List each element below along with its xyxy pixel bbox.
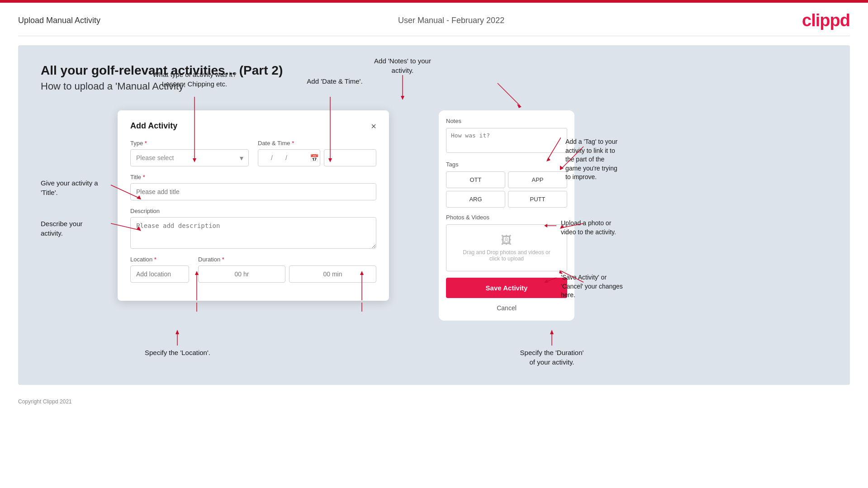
datetime-group: Date & Time * 15 / 02 / 2022 📅 2: — [258, 140, 376, 166]
svg-marker-31 — [175, 330, 179, 334]
description-group: Description — [130, 208, 376, 249]
copyright-text: Copyright Clippd 2021 — [18, 398, 72, 405]
location-label: Location * — [130, 256, 189, 263]
description-label: Description — [130, 208, 376, 214]
duration-label: Duration * — [198, 256, 376, 263]
footer: Copyright Clippd 2021 — [0, 394, 868, 409]
annotation-location: Specify the 'Location'. — [145, 330, 210, 367]
annotation-duration: Specify the 'Duration' of your activity. — [520, 330, 584, 367]
annotation-add-notes: Add 'Notes' to your activity. — [357, 56, 448, 102]
annotation-give-title: Give your activity a 'Title'. — [41, 178, 118, 197]
duration-inputs — [198, 265, 376, 283]
svg-marker-25 — [546, 157, 550, 161]
location-input[interactable] — [130, 265, 189, 283]
tag-arg[interactable]: ARG — [446, 191, 505, 208]
title-group: Title * — [130, 174, 376, 200]
year-input[interactable]: 2022 — [287, 150, 306, 166]
header: Upload Manual Activity User Manual - Feb… — [0, 3, 868, 36]
svg-marker-33 — [550, 330, 554, 334]
title-input[interactable] — [130, 183, 376, 200]
date-input[interactable]: 15 / 02 / 2022 📅 — [258, 149, 320, 166]
svg-line-24 — [547, 137, 561, 160]
notes-label: Notes — [446, 118, 567, 124]
annotation-add-tag: Add a 'Tag' to your activity to link it … — [543, 137, 642, 182]
annotation-upload-photo: Upload a photo or video to the activity. — [543, 219, 633, 237]
svg-marker-15 — [517, 104, 522, 108]
modal-header: Add Activity × — [130, 121, 376, 131]
type-select[interactable]: Please select — [130, 149, 249, 166]
save-arrow — [543, 273, 556, 287]
location-arrow-up — [168, 330, 186, 348]
page-title: Upload Manual Activity — [18, 16, 100, 25]
annotation-describe-activity: Describe your activity. — [41, 219, 118, 238]
cancel-button[interactable]: Cancel — [491, 303, 522, 313]
type-select-wrapper: Please select — [130, 149, 249, 166]
main-content: All your golf-relevant activities... (Pa… — [18, 45, 850, 385]
tag-arrow — [543, 137, 561, 165]
type-datetime-row: Type * Please select Date & Time * — [130, 140, 376, 166]
tag-putt[interactable]: PUTT — [508, 191, 567, 208]
location-duration-row: Location * Duration * — [130, 256, 376, 283]
minutes-input[interactable] — [289, 265, 376, 283]
duration-arrow-up — [543, 330, 561, 348]
svg-marker-23 — [401, 96, 404, 100]
description-textarea[interactable] — [130, 217, 376, 249]
day-input[interactable]: 15 — [258, 150, 271, 166]
modal-title: Add Activity — [130, 121, 177, 131]
doc-title: User Manual - February 2022 — [398, 16, 504, 25]
notes-arrow — [396, 75, 409, 102]
type-label: Type * — [130, 140, 249, 147]
calendar-icon: 📅 — [306, 154, 320, 162]
annotation-save-cancel: 'Save Activity' or 'Cancel' your changes… — [543, 273, 642, 300]
add-activity-modal: Add Activity × Type * Please select — [118, 110, 389, 301]
upload-text: Drag and Drop photos and videos or click… — [463, 249, 550, 262]
header-divider — [18, 36, 850, 36]
month-input[interactable]: 02 — [273, 150, 285, 166]
location-group: Location * — [130, 256, 189, 283]
title-label: Title * — [130, 174, 376, 180]
datetime-label: Date & Time * — [258, 140, 376, 147]
tag-ott[interactable]: OTT — [446, 171, 505, 188]
upload-arrow — [543, 219, 556, 232]
annotation-activity-type: What type of activity was it? Lesson, Ch… — [145, 70, 244, 89]
hours-input[interactable] — [198, 265, 285, 283]
type-group: Type * Please select — [130, 140, 249, 166]
close-button[interactable]: × — [371, 122, 376, 131]
time-input[interactable]: 2:21 PM — [324, 149, 376, 166]
duration-group: Duration * — [198, 256, 376, 283]
logo: clippd — [802, 11, 850, 30]
svg-marker-27 — [544, 224, 547, 227]
